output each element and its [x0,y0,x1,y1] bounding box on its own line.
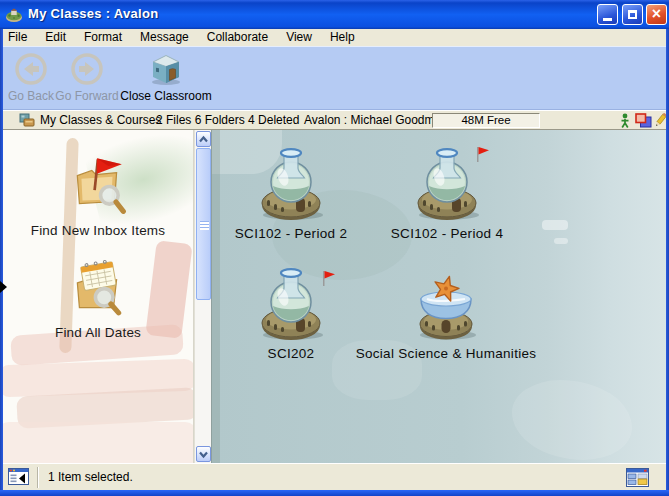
panel-toggle-icon[interactable] [8,468,29,485]
status-separator [37,467,38,488]
menu-message[interactable]: Message [131,29,198,46]
close-classroom-label: Close Classroom [120,89,211,103]
flask-building-icon [412,146,482,220]
book-illustration [3,422,194,463]
window-title: My Classes : Avalon [28,6,158,21]
classroom-identity: Avalon : Michael Goodman [304,113,448,127]
info-bar: My Classes & Courses 2 Files 6 Folders 4… [0,110,669,130]
close-button[interactable]: × [646,4,667,25]
go-back-button[interactable]: Go Back [4,50,58,106]
find-dates-label: Find All Dates [3,325,193,340]
person-icon[interactable] [620,113,630,129]
flask-building-icon [256,146,326,220]
sidebar-scrollbar[interactable] [194,130,211,463]
layers-icon[interactable] [635,113,652,128]
menu-format[interactable]: Format [75,29,131,46]
location-label: My Classes & Courses [40,113,161,127]
status-bar: 1 Item selected. [0,463,669,490]
menu-collaborate[interactable]: Collaborate [198,29,277,46]
class-label: SCI102 - Period 4 [372,226,522,241]
item-counts: 2 Files 6 Folders 4 Deleted [156,113,299,127]
chevron-down-icon [198,450,209,459]
menu-bar: File Edit Format Message Collaborate Vie… [0,29,669,46]
minimize-icon [603,18,612,21]
classroom-desk-icon [19,113,36,128]
go-back-label: Go Back [8,89,54,103]
scroll-down-button[interactable] [196,446,211,462]
book-illustration [16,387,194,428]
class-label: Social Science & Humanities [346,346,546,361]
scrollbar-thumb[interactable] [196,148,211,300]
class-item-sci102-period4[interactable]: SCI102 - Period 4 [372,146,522,241]
sidebar-item-find-inbox[interactable]: Find New Inbox Items [3,154,193,238]
class-item-sci202[interactable]: SCI202 [216,266,366,361]
forward-arrow-icon [69,51,105,87]
sidebar-panel: Find New Inbox Items Find All Dates [3,130,194,463]
maximize-button[interactable] [622,4,643,25]
flag-icon [322,270,336,287]
menu-file[interactable]: File [0,29,36,46]
find-inbox-label: Find New Inbox Items [3,223,193,238]
menu-edit[interactable]: Edit [36,29,75,46]
go-forward-button[interactable]: Go Forward [56,50,118,106]
menu-help[interactable]: Help [321,29,364,46]
pencil-icon[interactable] [653,113,667,129]
chevron-up-icon [198,135,209,144]
starfish-bowl-building-icon [411,266,481,340]
classes-canvas: SCI102 - Period 2 [211,130,666,463]
maximize-icon [628,10,637,19]
class-label: SCI102 - Period 2 [216,226,366,241]
toolbar: Go Back Go Forward [0,46,669,110]
scroll-up-button[interactable] [196,131,211,147]
classroom-building-icon [148,52,184,86]
find-inbox-icon [67,154,129,216]
scrollbar-grip [200,221,209,230]
class-item-sci102-period2[interactable]: SCI102 - Period 2 [216,146,366,241]
status-message: 1 Item selected. [48,464,133,490]
flask-building-icon [256,266,326,340]
class-item-social-science[interactable]: Social Science & Humanities [346,266,546,361]
minimize-button[interactable] [597,4,618,25]
close-icon: × [652,6,661,22]
menu-view[interactable]: View [277,29,321,46]
app-window: My Classes : Avalon × File Edit Format M… [0,0,669,496]
go-forward-label: Go Forward [55,89,118,103]
window-border-bottom [0,490,669,496]
flag-icon [476,146,490,163]
back-arrow-icon [13,51,49,87]
title-bar: My Classes : Avalon × [0,0,669,29]
app-icon [5,5,23,23]
book-illustration [3,359,194,398]
sidebar-collapse-handle[interactable] [0,281,7,293]
find-dates-icon [67,254,129,318]
view-layout-icon[interactable] [626,468,649,487]
close-classroom-button[interactable]: Close Classroom [118,50,214,106]
sidebar-item-find-dates[interactable]: Find All Dates [3,254,193,340]
class-label: SCI202 [216,346,366,361]
free-space-indicator: 48M Free [432,113,540,128]
